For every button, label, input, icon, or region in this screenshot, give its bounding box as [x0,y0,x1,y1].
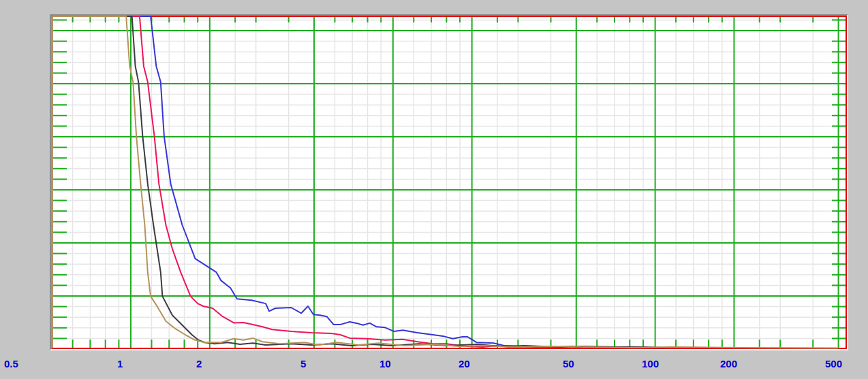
x-tick-label-0.5: 0.5 [4,358,18,369]
x-tick-label-5: 5 [300,358,306,369]
series-crimson [52,16,583,348]
x-tick-label-200: 200 [720,358,737,369]
x-tick-label-50: 50 [563,358,574,369]
chart-panel [50,14,848,350]
chart-canvas [51,16,847,349]
x-tick-label-1: 1 [117,358,123,369]
x-tick-label-10: 10 [379,358,391,369]
desktop-background: { "window": { "background_color": "#c5c5… [0,0,868,379]
x-tick-label-100: 100 [642,358,659,369]
x-tick-label-2: 2 [196,358,202,369]
series-blue [52,16,556,347]
x-tick-label-500: 500 [825,358,842,369]
x-tick-label-20: 20 [459,358,470,369]
